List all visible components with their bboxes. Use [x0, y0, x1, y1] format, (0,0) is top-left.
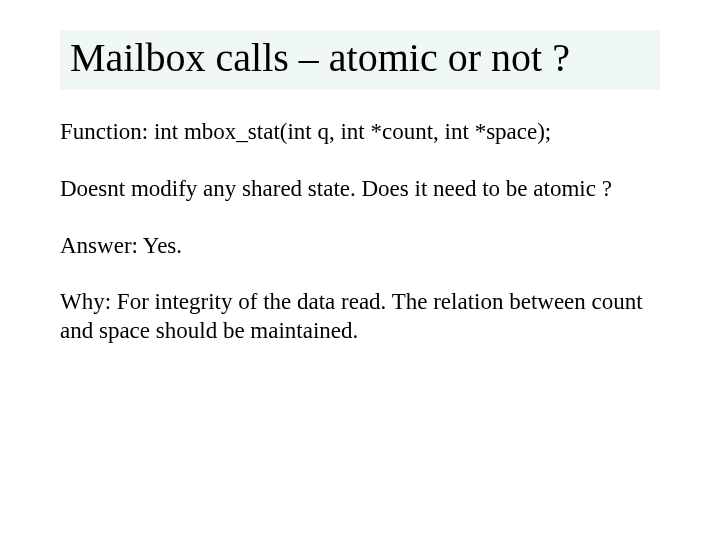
paragraph-question: Doesnt modify any shared state. Does it … [60, 175, 660, 204]
title-box: Mailbox calls – atomic or not ? [60, 30, 660, 90]
paragraph-function: Function: int mbox_stat(int q, int *coun… [60, 118, 660, 147]
paragraph-reason: Why: For integrity of the data read. The… [60, 288, 660, 346]
paragraph-answer: Answer: Yes. [60, 232, 660, 261]
slide-title: Mailbox calls – atomic or not ? [70, 36, 650, 80]
slide: Mailbox calls – atomic or not ? Function… [0, 0, 720, 540]
